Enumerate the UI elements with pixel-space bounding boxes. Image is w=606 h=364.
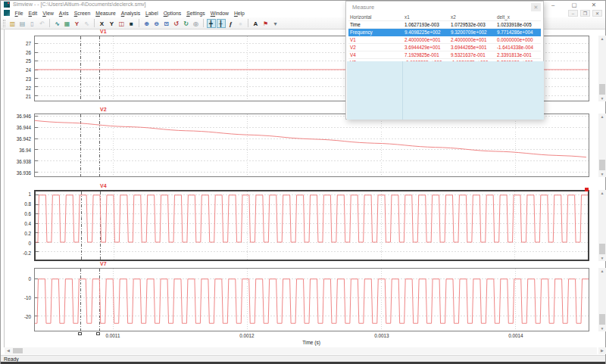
vertical-scrollbar-v4[interactable]: ▲▼ xyxy=(598,190,606,261)
x-tick-label: 0.0014 xyxy=(503,333,529,338)
measure-column-header: delt_x xyxy=(495,14,541,21)
measure-row-v2[interactable]: V23.6944429e+0013.6944265e+001-1.6414338… xyxy=(348,44,541,51)
cursor-handle-x2[interactable] xyxy=(96,332,100,335)
measure-cell: 2.3391813e-001 xyxy=(495,51,541,59)
scroll-up-arrow-icon[interactable]: ▲ xyxy=(598,36,606,42)
trace-label-v7[interactable]: V7 xyxy=(100,261,107,266)
y-tick-label: -20 xyxy=(10,314,31,319)
y-tick-label: 36.94 xyxy=(10,148,31,153)
vertical-scrollbar-v1[interactable]: ▲▼ xyxy=(598,36,606,101)
measure-cell: 3.6944429e+001 xyxy=(403,44,449,51)
y-tick-label: -0.2 xyxy=(10,250,31,256)
status-bar: Ready xyxy=(1,355,605,362)
y-tick-label: 36.946 xyxy=(10,114,31,119)
waveform-v7 xyxy=(35,279,589,324)
y-tick-label: 36.944 xyxy=(10,125,31,130)
y-tick-label: 0.6 xyxy=(10,211,31,216)
vertical-scroll-thumb[interactable] xyxy=(599,244,605,254)
scroll-up-arrow-icon[interactable]: ▲ xyxy=(598,190,606,196)
trace-label-v2[interactable]: V2 xyxy=(100,107,107,112)
measure-cell: 9.4098225e+002 xyxy=(403,29,449,36)
measure-dialog: Measure ✕ Horizontalx1x2delt_xTime1.0627… xyxy=(345,1,544,120)
scroll-down-arrow-icon[interactable]: ▼ xyxy=(598,325,606,331)
measure-cell: V4 xyxy=(348,51,403,59)
y-tick-label: 0 xyxy=(10,241,31,246)
plot-panel-v7[interactable] xyxy=(34,268,589,331)
measure-cell: 1.0233918e-005 xyxy=(495,21,541,29)
y-tick-label: 0.4 xyxy=(10,221,31,226)
y-tick-label: 21 xyxy=(10,94,31,99)
measure-cell: 3.6944265e+001 xyxy=(449,44,495,51)
scroll-down-arrow-icon[interactable]: ▼ xyxy=(598,255,606,261)
measure-cell: -1.6414338e-004 xyxy=(495,44,541,51)
measure-cell: 7.1929825e-001 xyxy=(403,51,449,59)
y-tick-label: 36.936 xyxy=(10,170,31,176)
measure-dialog-title: Measure xyxy=(352,4,374,11)
y-tick-label: 23 xyxy=(10,76,31,82)
measure-row-v1[interactable]: V12.4000000e+0012.4000000e+0010.0000000e… xyxy=(348,36,541,44)
x-tick-label: 0.0011 xyxy=(100,333,126,338)
y-tick-label: 25 xyxy=(10,58,31,64)
trace-label-v4[interactable]: V4 xyxy=(100,183,107,188)
selected-plot-handle[interactable] xyxy=(585,188,589,191)
measure-cell: Frequency xyxy=(348,29,403,36)
scroll-down-arrow-icon[interactable]: ▼ xyxy=(598,95,606,101)
vertical-scroll-thumb[interactable] xyxy=(599,314,605,325)
scroll-up-arrow-icon[interactable]: ▲ xyxy=(598,114,606,120)
y-tick-label: 0.2 xyxy=(10,231,31,236)
measure-table: Horizontalx1x2delt_xTime1.0627193e-0031.… xyxy=(348,14,541,67)
scroll-left-arrow-icon[interactable]: ◀ xyxy=(5,347,12,354)
vertical-scroll-thumb[interactable] xyxy=(599,84,605,95)
measure-cell: 0.0000000e+000 xyxy=(495,36,541,44)
measure-cell: V1 xyxy=(348,36,403,44)
vertical-scrollbar-v2[interactable]: ▲▼ xyxy=(598,114,606,177)
y-tick-label: 26 xyxy=(10,50,31,55)
measure-cell: Time xyxy=(348,21,403,29)
waveform-v4 xyxy=(36,195,588,242)
measure-row-time[interactable]: Time1.0627193e-0031.0729532e-0031.023391… xyxy=(348,21,541,29)
horizontal-scrollbar[interactable]: ◀ xyxy=(5,347,597,354)
measure-cell: 9.3200709e+002 xyxy=(449,29,495,36)
measure-cell: 2.4000000e+001 xyxy=(403,36,449,44)
y-tick-label: -10 xyxy=(10,295,31,300)
measure-column-header: Horizontal xyxy=(348,14,403,21)
cursor-handle-x1[interactable] xyxy=(78,332,82,335)
y-tick-label: 1 xyxy=(10,191,31,197)
scroll-right-arrow-icon[interactable]: ▶ xyxy=(598,347,606,354)
plot-panel-v4[interactable] xyxy=(34,190,589,261)
status-text: Ready xyxy=(4,356,19,362)
measure-header-row: Horizontalx1x2delt_x xyxy=(348,14,541,21)
measure-dialog-panel xyxy=(347,61,544,120)
measure-cell: V2 xyxy=(348,44,403,51)
measure-column-header: x2 xyxy=(449,14,495,21)
measure-cell: 9.7714286e+004 xyxy=(495,29,541,36)
measure-cell: 1.0627193e-003 xyxy=(403,21,449,29)
y-tick-label: 36.938 xyxy=(10,159,31,164)
measure-cell: 9.5321637e-001 xyxy=(449,51,495,59)
y-tick-label: 22 xyxy=(10,86,31,91)
measure-column-header: x1 xyxy=(403,14,449,21)
x-axis-label: Time (s) xyxy=(285,340,338,345)
horizontal-scroll-thumb[interactable] xyxy=(13,348,23,353)
y-tick-label: 27 xyxy=(10,41,31,46)
x-tick-label: 0.0013 xyxy=(369,333,395,338)
measure-row-frequency[interactable]: Frequency9.4098225e+0029.3200709e+0029.7… xyxy=(348,29,541,36)
measure-cell: 1.0729532e-003 xyxy=(449,21,495,29)
plot-panel-v2[interactable] xyxy=(34,114,589,177)
vertical-scrollbar-v7[interactable]: ▲▼ xyxy=(598,268,606,331)
measure-dialog-close-icon[interactable]: ✕ xyxy=(531,3,541,11)
client-left-edge xyxy=(4,30,5,347)
trace-label-v1[interactable]: V1 xyxy=(100,29,107,34)
y-tick-label: 36.942 xyxy=(10,136,31,142)
y-tick-label: 0 xyxy=(10,276,31,282)
scroll-down-arrow-icon[interactable]: ▼ xyxy=(598,171,606,177)
simview-window: Simview - - [C:\Users\Altium-4\Documents… xyxy=(0,0,606,364)
measure-cell: 2.4000000e+001 xyxy=(449,36,495,44)
vertical-scroll-thumb[interactable] xyxy=(599,160,605,170)
scroll-up-arrow-icon[interactable]: ▲ xyxy=(598,268,606,274)
y-tick-label: 24 xyxy=(10,67,31,73)
y-tick-label: 0.8 xyxy=(10,201,31,207)
measure-row-v4[interactable]: V47.1929825e-0019.5321637e-0012.3391813e… xyxy=(348,51,541,59)
x-tick-label: 0.0012 xyxy=(234,333,260,338)
